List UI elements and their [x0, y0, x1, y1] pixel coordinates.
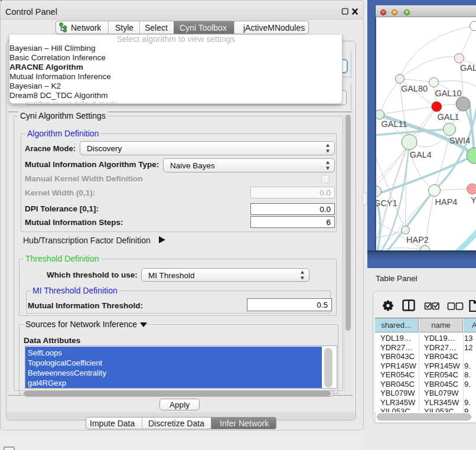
svg-text:HAP4: HAP4: [435, 197, 458, 207]
svg-text:GAL7: GAL7: [460, 63, 476, 73]
svg-text:SWI4: SWI4: [449, 136, 470, 145]
svg-text:GCY1: GCY1: [376, 198, 397, 208]
svg-text:Y: Y: [471, 195, 476, 205]
svg-text:HAP2: HAP2: [406, 235, 429, 244]
svg-text:GAL11: GAL11: [381, 119, 407, 129]
svg-text:GAL10: GAL10: [435, 89, 461, 98]
svg-text:GAL80: GAL80: [401, 84, 428, 93]
svg-text:GAL1: GAL1: [437, 112, 459, 122]
svg-text:GAL4: GAL4: [410, 150, 432, 159]
